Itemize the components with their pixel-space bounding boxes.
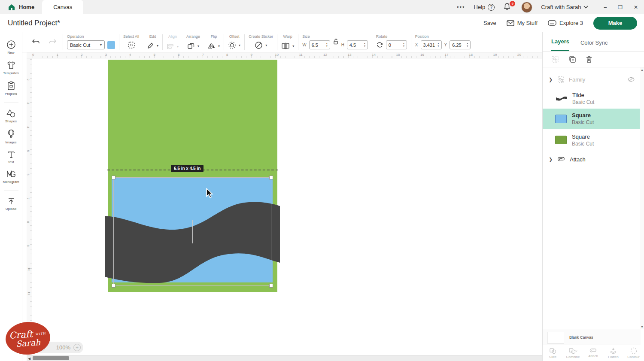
sidebar-item-upload[interactable]: Upload <box>0 197 22 211</box>
sidebar-item-monogram[interactable]: Monogram <box>0 170 22 184</box>
stepper-arrows-icon[interactable]: ▲▼ <box>324 41 330 49</box>
design-canvas[interactable]: 01234567891011121314151617181920 2345678… <box>22 52 542 361</box>
selection-handle-bottom-right[interactable] <box>269 284 273 288</box>
selection-handle-bottom-left[interactable] <box>112 284 115 288</box>
make-button[interactable]: Make <box>593 17 637 30</box>
operation-dropdown[interactable]: Basic Cut ▾ <box>67 40 105 49</box>
notifications-button[interactable]: 9 <box>503 3 513 12</box>
scroll-down-arrow-icon[interactable]: ▼ <box>641 325 644 328</box>
minimize-button[interactable]: – <box>604 4 607 10</box>
align-button: ▾ <box>167 43 179 49</box>
sidebar-divider <box>4 103 18 103</box>
warp-button[interactable]: ▾ <box>281 42 294 49</box>
my-stuff-button[interactable]: My Stuff <box>507 20 538 26</box>
chevron-down-icon: ▾ <box>239 43 240 47</box>
notification-badge: 9 <box>510 1 515 6</box>
scrollbar-thumb[interactable] <box>33 356 69 360</box>
tab-layers[interactable]: Layers <box>551 38 569 51</box>
rotate-icon[interactable] <box>376 41 383 49</box>
close-button[interactable]: ✕ <box>634 4 638 10</box>
selection-handle-top-left[interactable] <box>112 176 115 179</box>
undo-button[interactable] <box>32 39 40 46</box>
machine-select[interactable]: Explore 3 <box>548 20 583 26</box>
layer-thumbnail-green-square <box>555 136 567 144</box>
arrange-button[interactable]: ▾ <box>187 42 199 49</box>
flip-button[interactable]: ▾ <box>208 42 220 49</box>
warp-icon <box>281 42 290 49</box>
save-button[interactable]: Save <box>483 20 496 26</box>
account-menu[interactable]: Craft with Sarah <box>541 4 588 10</box>
project-bar: Untitled Project* Save My Stuff Explore … <box>0 14 644 32</box>
left-sidebar: New Templates Projects Shapes Images Tex… <box>0 32 22 361</box>
layer-row-square-blue[interactable]: Square Basic Cut <box>543 109 640 129</box>
redo-button[interactable] <box>48 39 57 46</box>
stepper-arrows-icon[interactable]: ▲▼ <box>465 41 470 49</box>
monogram-icon <box>6 170 16 179</box>
tab-color-sync[interactable]: Color Sync <box>580 39 608 51</box>
width-stepper[interactable]: 6.5 ▲▼ <box>309 40 330 49</box>
scroll-up-arrow-icon[interactable]: ▲ <box>641 68 644 71</box>
machine-icon <box>548 20 556 26</box>
arrange-icon <box>187 42 195 49</box>
select-all-button[interactable] <box>127 41 136 49</box>
size-lock-toggle[interactable] <box>333 38 339 45</box>
paperclip-icon <box>557 157 565 162</box>
chevron-down-icon: ▾ <box>177 45 179 49</box>
layer-row-square-green[interactable]: Square Basic Cut <box>543 130 640 150</box>
layer-group-family[interactable]: ❯ Family <box>543 73 640 86</box>
mouse-cursor <box>205 188 214 198</box>
hide-layer-icon[interactable] <box>628 77 635 82</box>
selection-center-crosshair <box>192 220 193 243</box>
operation-label: Operation <box>67 34 84 39</box>
stepper-arrows-icon[interactable]: ▲▼ <box>401 41 407 49</box>
stepper-arrows-icon[interactable]: ▲▼ <box>436 41 441 49</box>
create-sticker-button[interactable]: ▾ <box>255 41 267 49</box>
rotate-stepper[interactable]: 0 ▲▼ <box>386 40 407 49</box>
zoom-in-button[interactable]: + <box>73 344 81 351</box>
ruler-number: 20 <box>517 53 521 57</box>
offset-button[interactable]: ▾ <box>228 41 240 49</box>
ruler-number: 2 <box>26 79 30 80</box>
size-tooltip: 6.5 in x 4.5 in <box>171 165 204 172</box>
ruler-number: 2 <box>81 53 82 57</box>
position-x-stepper[interactable]: 3.431 ▲▼ <box>421 40 442 49</box>
restore-button[interactable]: ❐ <box>618 4 623 10</box>
blank-canvas-swatch <box>547 332 564 343</box>
avatar[interactable] <box>521 2 532 13</box>
upload-icon <box>7 197 15 206</box>
ruler-number: 5 <box>154 53 155 57</box>
layer-row-tilde[interactable]: Tilde Basic Cut <box>543 89 640 108</box>
sidebar-item-new[interactable]: New <box>0 40 22 55</box>
horizontal-scrollbar[interactable]: ◀ <box>27 355 542 361</box>
tab-home[interactable]: Home <box>0 0 42 14</box>
sidebar-item-images[interactable]: Images <box>0 129 22 144</box>
question-icon: ? <box>488 4 495 11</box>
height-stepper[interactable]: 4.5 ▲▼ <box>347 40 368 49</box>
selection-handle-top-right[interactable] <box>269 176 273 179</box>
chevron-down-icon <box>583 6 588 9</box>
duplicate-button[interactable] <box>568 55 576 63</box>
layer-thumbnail-tilde <box>556 95 567 102</box>
sidebar-item-shapes[interactable]: Shapes <box>0 109 22 123</box>
delete-button[interactable] <box>586 55 592 63</box>
position-y-stepper[interactable]: 6.25 ▲▼ <box>450 40 471 49</box>
blank-canvas-row[interactable]: Blank Canvas <box>543 330 641 345</box>
stepper-arrows-icon[interactable]: ▲▼ <box>362 41 368 49</box>
chevron-right-icon[interactable]: ❯ <box>549 157 554 162</box>
tab-canvas[interactable]: Canvas <box>42 0 83 14</box>
layer-group-attach[interactable]: ❯ Attach <box>543 153 640 165</box>
more-options-icon[interactable]: ••• <box>457 4 465 10</box>
help-button[interactable]: Help ? <box>474 4 495 11</box>
ruler-corner <box>27 52 32 58</box>
sidebar-item-projects[interactable]: Projects <box>0 81 22 96</box>
ruler-number: 11 <box>299 53 303 57</box>
edit-button[interactable]: ▾ <box>147 42 158 49</box>
scroll-left-arrow-icon[interactable]: ◀ <box>28 357 30 361</box>
layer-actions-bar: Slice Combine Attach Flatten Contour <box>543 345 644 361</box>
sidebar-item-templates[interactable]: Templates <box>0 61 22 75</box>
edit-toolbar: Operation Basic Cut ▾ Select All Edit ▾ … <box>22 32 542 52</box>
color-swatch[interactable] <box>107 41 115 49</box>
chevron-right-icon[interactable]: ❯ <box>549 77 554 82</box>
sidebar-item-text[interactable]: Text <box>0 150 22 164</box>
vertical-scrollbar[interactable]: ▲ ▼ <box>640 67 644 329</box>
